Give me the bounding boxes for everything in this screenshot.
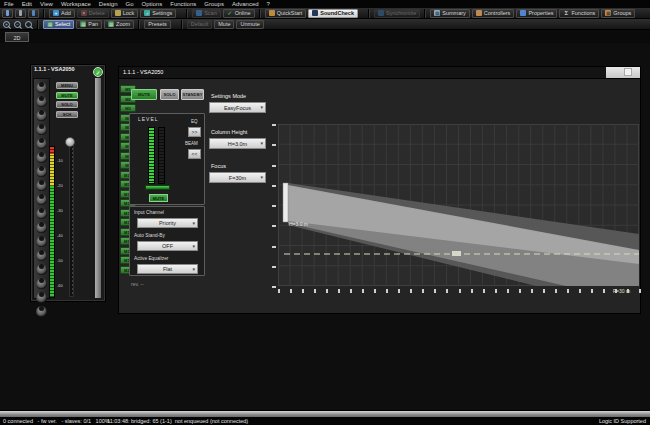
menu-item-edit[interactable]: Edit bbox=[22, 0, 32, 8]
driver-cone-icon bbox=[36, 278, 47, 289]
mute-button[interactable]: MUTE bbox=[131, 89, 157, 100]
eq-open-button[interactable]: >> bbox=[188, 127, 201, 137]
pan-tool-button[interactable]: Pan bbox=[76, 20, 102, 29]
level-mute-button[interactable]: MUTE bbox=[149, 194, 168, 202]
synchronize-button[interactable]: Synchronize bbox=[374, 9, 420, 18]
close-icon[interactable] bbox=[624, 68, 632, 76]
zoom-reset-icon[interactable] bbox=[25, 21, 32, 28]
menu-item-view[interactable]: View bbox=[40, 0, 53, 8]
auto-standby-select[interactable]: OFF bbox=[137, 241, 198, 251]
toolbar-grip[interactable] bbox=[266, 20, 270, 29]
strip-solo-button[interactable]: SOLO bbox=[56, 101, 78, 108]
channel-button-m3[interactable]: M3 bbox=[120, 104, 136, 112]
window-title-bar[interactable]: 1.1.1 - VSA2050 bbox=[119, 67, 640, 79]
standby-button[interactable]: STANDBY bbox=[181, 89, 204, 100]
menu-item-[interactable]: ? bbox=[267, 0, 270, 8]
meter-scale-label: -50 bbox=[57, 258, 63, 263]
summary-label: Summary bbox=[442, 10, 466, 16]
menu-item-options[interactable]: Options bbox=[142, 0, 163, 8]
strip-fader-knob[interactable] bbox=[65, 137, 75, 147]
new-project-button[interactable] bbox=[2, 9, 13, 18]
menu-item-file[interactable]: File bbox=[4, 0, 14, 8]
strip-meter-scale: -10-20-30-40-50-60 bbox=[57, 158, 68, 298]
toolbar-grip[interactable] bbox=[178, 9, 182, 18]
functions-button[interactable]: Functions bbox=[559, 9, 599, 18]
unmute-all-label: Unmute bbox=[240, 21, 259, 27]
strip-mute-button[interactable]: MUTE bbox=[56, 92, 78, 99]
toolbar-separator bbox=[181, 20, 183, 29]
menu-item-go[interactable]: Go bbox=[126, 0, 134, 8]
zoom-tool-icon bbox=[108, 21, 114, 27]
open-button[interactable] bbox=[28, 9, 39, 18]
menu-item-groups[interactable]: Groups bbox=[204, 0, 224, 8]
pan-tool-icon bbox=[80, 21, 86, 27]
driver-cone-icon bbox=[36, 194, 47, 205]
toolbar-grip[interactable] bbox=[173, 20, 177, 29]
settings-mode-select[interactable]: EasyFocus bbox=[209, 102, 266, 113]
meter-scale-label: -40 bbox=[57, 233, 63, 238]
toolbar-grip[interactable] bbox=[360, 9, 364, 18]
controllers-button[interactable]: Controllers bbox=[472, 9, 515, 18]
beam-label: BEAM bbox=[185, 141, 198, 146]
y-axis-tick bbox=[272, 286, 276, 288]
x-axis-tick bbox=[459, 289, 461, 293]
solo-button[interactable]: SOLO bbox=[160, 89, 179, 100]
groups-button[interactable]: Groups bbox=[601, 9, 635, 18]
delete-label: Delete bbox=[89, 10, 105, 16]
lock-button[interactable]: Lock bbox=[111, 9, 139, 18]
x-axis-tick bbox=[531, 289, 533, 293]
menu-item-advanced[interactable]: Advanced bbox=[232, 0, 259, 8]
presets-button[interactable]: Presets bbox=[144, 20, 171, 29]
beam-plot[interactable]: H=3.0 m F=30 m bbox=[272, 120, 646, 300]
settings-button[interactable]: Settings bbox=[140, 9, 176, 18]
level-fader[interactable] bbox=[145, 185, 170, 190]
driver-cone-icon bbox=[36, 250, 47, 261]
strip-menu-button[interactable]: MENU bbox=[56, 82, 78, 89]
y-axis-tick bbox=[272, 266, 276, 268]
focus-label: Focus bbox=[211, 163, 226, 169]
zoom-tool-button[interactable]: Zoom bbox=[104, 20, 134, 29]
default-button[interactable]: Default bbox=[187, 20, 212, 29]
select-tool-button[interactable]: Select bbox=[43, 20, 74, 29]
focus-select[interactable]: F=30m bbox=[209, 172, 266, 183]
settings-mode-label: Settings Mode bbox=[211, 93, 246, 99]
x-axis-tick bbox=[386, 289, 388, 293]
zoom-in-icon[interactable] bbox=[3, 21, 10, 28]
default-label: Default bbox=[191, 21, 208, 27]
toolbar-separator bbox=[424, 9, 426, 18]
mute-all-button[interactable]: Mute bbox=[214, 20, 234, 29]
device-strip[interactable]: 1.1.1 - VSA2050 MENUMUTESOLOSCH -10-20-3… bbox=[30, 64, 106, 302]
driver-cone-icon bbox=[36, 208, 47, 219]
menu-item-workspace[interactable]: Workspace bbox=[61, 0, 91, 8]
column-height-label: H=3.0 m bbox=[289, 221, 308, 227]
quickstart-icon bbox=[269, 10, 275, 16]
properties-button[interactable]: Properties bbox=[516, 9, 557, 18]
x-axis-tick bbox=[410, 289, 412, 293]
zoom-out-icon[interactable] bbox=[14, 21, 21, 28]
active-equalizer-select[interactable]: Flat bbox=[137, 264, 198, 274]
driver-cone-icon bbox=[36, 236, 47, 247]
menu-item-functions[interactable]: Functions bbox=[170, 0, 196, 8]
column-height-select[interactable]: H=3.0m bbox=[209, 138, 266, 149]
save-button[interactable] bbox=[15, 9, 26, 18]
menu-item-design[interactable]: Design bbox=[99, 0, 118, 8]
soundcheck-button[interactable]: SoundCheck bbox=[308, 9, 358, 18]
scan-button[interactable]: Scan bbox=[192, 9, 221, 18]
view-toolbar: Select Pan Zoom Presets Default Mute Unm… bbox=[0, 19, 650, 30]
summary-button[interactable]: Summary bbox=[430, 9, 470, 18]
unmute-all-button[interactable]: Unmute bbox=[236, 20, 263, 29]
toolbar-grip[interactable] bbox=[637, 9, 641, 18]
strip-sch-button[interactable]: SCH bbox=[56, 111, 78, 118]
strip-rail bbox=[95, 78, 101, 298]
beam-open-button[interactable]: << bbox=[188, 149, 201, 159]
delete-button[interactable]: Delete bbox=[77, 9, 109, 18]
quickstart-button[interactable]: QuickStart bbox=[265, 9, 307, 18]
online-button[interactable]: Online bbox=[223, 9, 255, 18]
workspace[interactable]: 1.1.1 - VSA2050 MENUMUTESOLOSCH -10-20-3… bbox=[0, 43, 650, 410]
x-axis-tick bbox=[615, 289, 617, 293]
strip-fader-track[interactable] bbox=[69, 141, 74, 297]
add-button[interactable]: Add bbox=[49, 9, 75, 18]
input-channel-select[interactable]: Priority bbox=[137, 218, 198, 228]
tab-2d[interactable]: 2D bbox=[5, 32, 29, 42]
new-project-icon bbox=[6, 10, 9, 16]
